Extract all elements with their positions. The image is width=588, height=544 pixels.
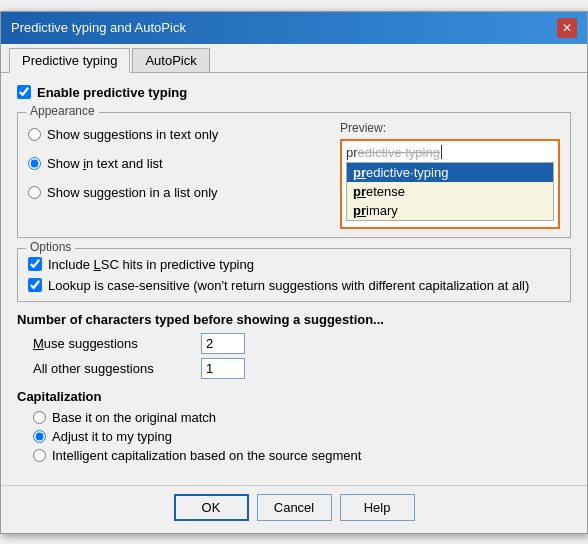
enable-predictive-typing-label: Enable predictive typing — [37, 85, 187, 100]
tab-autopick[interactable]: AutoPick — [132, 48, 209, 72]
num-chars-section: Number of characters typed before showin… — [17, 312, 571, 379]
title-bar: Predictive typing and AutoPick ✕ — [1, 12, 587, 44]
enable-predictive-typing-row: Enable predictive typing — [17, 85, 571, 100]
appearance-radio-text-only[interactable] — [28, 128, 41, 141]
help-button[interactable]: Help — [340, 494, 415, 521]
cap-label-my-typing: Adjust it to my typing — [52, 429, 172, 444]
appearance-label-text-only: Show suggestions in text only — [47, 127, 218, 142]
appearance-group-title: Appearance — [26, 104, 99, 118]
appearance-radio-col: Show suggestions in text only Show in te… — [28, 121, 324, 229]
cap-radio-intelligent[interactable] — [33, 449, 46, 462]
capitalization-title: Capitalization — [17, 389, 571, 404]
dropdown-match-1: pretense — [353, 184, 405, 199]
appearance-inner: Show suggestions in text only Show in te… — [28, 121, 560, 229]
appearance-group: Appearance Show suggestions in text only… — [17, 112, 571, 238]
num-label-other: All other suggestions — [33, 361, 193, 376]
preview-inline-suggestion: edictive typing — [358, 145, 440, 160]
ok-button[interactable]: OK — [174, 494, 249, 521]
options-case-row: Lookup is case-sensitive (won't return s… — [28, 278, 560, 293]
cap-radio-my-typing[interactable] — [33, 430, 46, 443]
tab-content: Enable predictive typing Appearance Show… — [1, 73, 587, 485]
appearance-option-list-only: Show suggestion in a list only — [28, 185, 324, 200]
options-group: Options Include LSC hits in predictive t… — [17, 248, 571, 302]
capitalization-section: Capitalization Base it on the original m… — [17, 389, 571, 463]
dropdown-item-0[interactable]: predictive·typing — [347, 163, 553, 182]
preview-label: Preview: — [340, 121, 560, 135]
dialog-title: Predictive typing and AutoPick — [11, 20, 186, 35]
tab-predictive-typing[interactable]: Predictive typing — [9, 48, 130, 73]
num-row-other: All other suggestions — [17, 358, 571, 379]
preview-box: pr edictive typing predictive·typing pre… — [340, 139, 560, 229]
num-label-muse: Muse suggestions — [33, 336, 193, 351]
options-case-label: Lookup is case-sensitive (won't return s… — [48, 278, 529, 293]
dropdown-item-1[interactable]: pretense — [347, 182, 553, 201]
cap-option-original: Base it on the original match — [17, 410, 571, 425]
preview-dropdown: predictive·typing pretense primary — [346, 162, 554, 221]
preview-cursor — [441, 145, 442, 159]
dropdown-item-2[interactable]: primary — [347, 201, 553, 220]
preview-text-line: pr edictive typing — [346, 145, 554, 160]
enable-predictive-typing-checkbox[interactable] — [17, 85, 31, 99]
options-lsc-checkbox[interactable] — [28, 257, 42, 271]
preview-typed: pr — [346, 145, 358, 160]
button-row: OK Cancel Help — [1, 485, 587, 533]
appearance-radio-list-only[interactable] — [28, 186, 41, 199]
appearance-radio-text-list[interactable] — [28, 157, 41, 170]
options-case-checkbox[interactable] — [28, 278, 42, 292]
appearance-label-text-list: Show in text and list — [47, 156, 163, 171]
cap-label-intelligent: Intelligent capitalization based on the … — [52, 448, 361, 463]
appearance-option-text-only: Show suggestions in text only — [28, 127, 324, 142]
cap-label-original: Base it on the original match — [52, 410, 216, 425]
options-group-title: Options — [26, 240, 75, 254]
appearance-label-list-only: Show suggestion in a list only — [47, 185, 218, 200]
num-input-other[interactable] — [201, 358, 245, 379]
dropdown-match-0: predictive·typing — [353, 165, 448, 180]
appearance-option-text-list: Show in text and list — [28, 156, 324, 171]
close-button[interactable]: ✕ — [557, 18, 577, 38]
options-lsc-row: Include LSC hits in predictive typing — [28, 257, 560, 272]
options-lsc-label: Include LSC hits in predictive typing — [48, 257, 254, 272]
dialog: Predictive typing and AutoPick ✕ Predict… — [0, 11, 588, 534]
num-row-muse: Muse suggestions — [17, 333, 571, 354]
cancel-button[interactable]: Cancel — [257, 494, 332, 521]
cap-option-intelligent: Intelligent capitalization based on the … — [17, 448, 571, 463]
cap-option-my-typing: Adjust it to my typing — [17, 429, 571, 444]
dropdown-match-2: primary — [353, 203, 398, 218]
preview-col: Preview: pr edictive typing predictive·t… — [340, 121, 560, 229]
cap-radio-original[interactable] — [33, 411, 46, 424]
num-chars-title: Number of characters typed before showin… — [17, 312, 571, 327]
tab-bar: Predictive typing AutoPick — [1, 44, 587, 73]
num-input-muse[interactable] — [201, 333, 245, 354]
